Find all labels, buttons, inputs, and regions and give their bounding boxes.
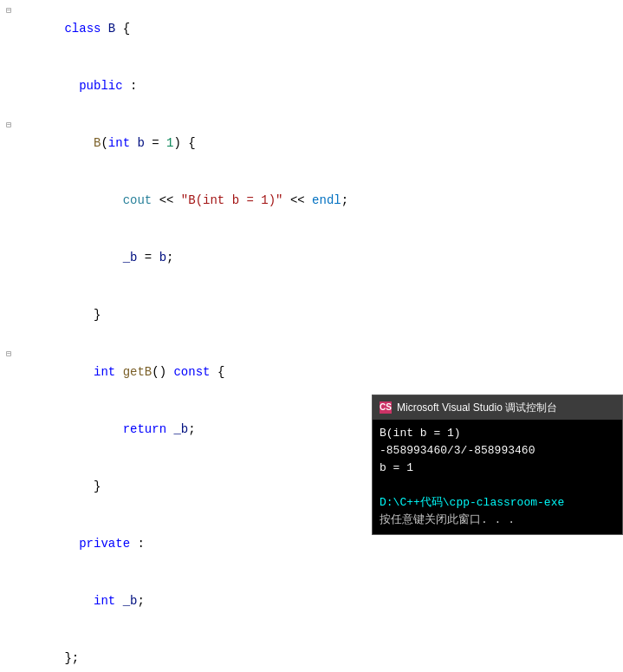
fold-3[interactable]: ⊟ [0, 115, 17, 135]
fold-11 [0, 584, 17, 585]
fold-7[interactable]: ⊟ [0, 344, 17, 364]
fold-8 [0, 413, 17, 414]
fold-10 [0, 527, 17, 528]
terminal-window: CS Microsoft Visual Studio 调试控制台 B(int b… [372, 395, 623, 535]
terminal-line-6: 按任意键关闭此窗口. . . [380, 512, 615, 529]
terminal-titlebar: CS Microsoft Visual Studio 调试控制台 [373, 395, 622, 420]
code-line-11: int _b; [0, 572, 623, 630]
terminal-line-3: b = 1 [380, 460, 615, 477]
code-line-7: ⊟ int getB() const { [0, 343, 623, 401]
terminal-line-5: D:\C++代码\cpp-classroom-exe [380, 494, 615, 512]
fold-5 [0, 241, 17, 242]
terminal-line-2: -858993460/3/-858993460 [380, 442, 615, 460]
code-line-12: }; [0, 630, 623, 672]
terminal-content: B(int b = 1) -858993460/3/-858993460 b =… [373, 420, 622, 534]
code-line-3: ⊟ B(int b = 1) { [0, 114, 623, 172]
code-line-4: cout << "B(int b = 1)" << endl; [0, 172, 623, 229]
terminal-line-1: B(int b = 1) [380, 425, 615, 442]
vs-icon: CS [380, 401, 392, 414]
fold-4 [0, 184, 17, 185]
fold-9 [0, 470, 17, 471]
terminal-line-4 [380, 477, 615, 494]
code-line-5: _b = b; [0, 229, 623, 286]
fold-12 [0, 642, 17, 643]
code-line-2: public : [0, 57, 623, 114]
code-line-6: } [0, 286, 623, 343]
terminal-title: Microsoft Visual Studio 调试控制台 [397, 399, 557, 416]
fold-1[interactable]: ⊟ [0, 1, 17, 21]
code-line-1: ⊟ class B { [0, 0, 623, 57]
code-editor: ⊟ class B { public : ⊟ B(int b = 1) { co… [0, 0, 623, 672]
fold-6 [0, 298, 17, 299]
fold-2 [0, 69, 17, 70]
